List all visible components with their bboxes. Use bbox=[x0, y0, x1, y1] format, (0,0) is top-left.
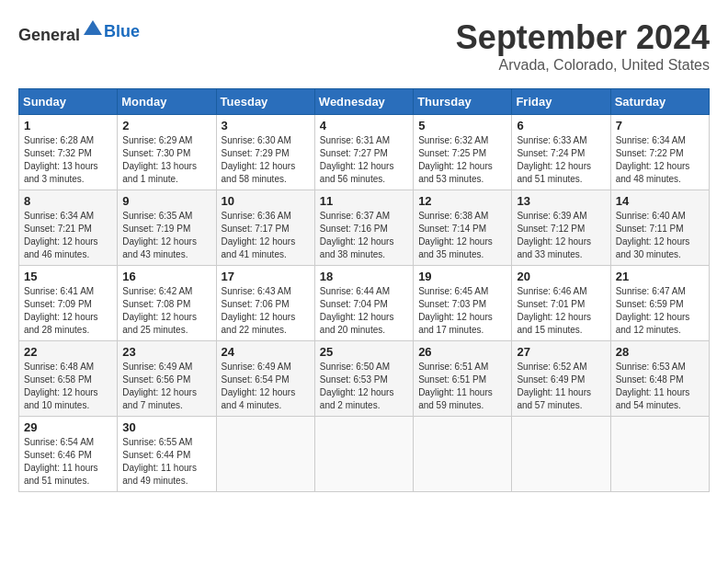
logo-general-text: General bbox=[18, 26, 80, 44]
day-number: 17 bbox=[222, 270, 310, 283]
day-number: 25 bbox=[320, 345, 408, 359]
weekday-header-saturday: Saturday bbox=[610, 89, 709, 115]
day-info: Sunrise: 6:40 AMSunset: 7:11 PMDaylight:… bbox=[616, 210, 704, 261]
calendar-cell: 21Sunrise: 6:47 AMSunset: 6:59 PMDayligh… bbox=[610, 266, 709, 341]
week-row-2: 8Sunrise: 6:34 AMSunset: 7:21 PMDaylight… bbox=[19, 190, 710, 266]
week-row-4: 22Sunrise: 6:48 AMSunset: 6:58 PMDayligh… bbox=[19, 341, 710, 417]
day-info: Sunrise: 6:37 AMSunset: 7:16 PMDaylight:… bbox=[320, 210, 408, 261]
weekday-header-wednesday: Wednesday bbox=[314, 89, 413, 115]
calendar-cell: 24Sunrise: 6:49 AMSunset: 6:54 PMDayligh… bbox=[216, 341, 314, 417]
day-info: Sunrise: 6:54 AMSunset: 6:46 PMDaylight:… bbox=[24, 436, 112, 488]
calendar-cell: 23Sunrise: 6:49 AMSunset: 6:56 PMDayligh… bbox=[118, 341, 216, 417]
calendar-cell: 25Sunrise: 6:50 AMSunset: 6:53 PMDayligh… bbox=[314, 341, 413, 417]
day-info: Sunrise: 6:48 AMSunset: 6:58 PMDaylight:… bbox=[24, 361, 112, 412]
day-number: 10 bbox=[222, 194, 310, 208]
svg-marker-0 bbox=[84, 20, 102, 35]
calendar-cell: 18Sunrise: 6:44 AMSunset: 7:04 PMDayligh… bbox=[314, 266, 413, 341]
week-row-3: 15Sunrise: 6:41 AMSunset: 7:09 PMDayligh… bbox=[19, 266, 710, 341]
day-info: Sunrise: 6:32 AMSunset: 7:25 PMDaylight:… bbox=[418, 134, 506, 186]
day-number: 24 bbox=[222, 345, 310, 359]
weekday-header-monday: Monday bbox=[118, 89, 216, 115]
day-number: 21 bbox=[616, 270, 704, 283]
calendar-cell bbox=[512, 417, 610, 492]
calendar-cell: 30Sunrise: 6:55 AMSunset: 6:44 PMDayligh… bbox=[118, 417, 216, 492]
day-info: Sunrise: 6:49 AMSunset: 6:56 PMDaylight:… bbox=[122, 361, 210, 412]
calendar-cell bbox=[414, 417, 512, 492]
location-title: Arvada, Colorado, United States bbox=[456, 57, 710, 74]
day-info: Sunrise: 6:52 AMSunset: 6:49 PMDaylight:… bbox=[517, 361, 605, 412]
day-number: 22 bbox=[24, 345, 112, 359]
day-number: 30 bbox=[122, 420, 210, 434]
day-number: 19 bbox=[418, 270, 506, 283]
week-row-5: 29Sunrise: 6:54 AMSunset: 6:46 PMDayligh… bbox=[19, 417, 710, 492]
day-number: 14 bbox=[616, 194, 704, 208]
logo-icon bbox=[82, 18, 104, 40]
day-number: 27 bbox=[517, 345, 605, 359]
calendar-cell: 28Sunrise: 6:53 AMSunset: 6:48 PMDayligh… bbox=[610, 341, 709, 417]
calendar-cell: 12Sunrise: 6:38 AMSunset: 7:14 PMDayligh… bbox=[414, 190, 512, 266]
calendar-cell bbox=[610, 417, 709, 492]
day-number: 4 bbox=[320, 119, 408, 132]
weekday-header-thursday: Thursday bbox=[414, 89, 512, 115]
day-info: Sunrise: 6:42 AMSunset: 7:08 PMDaylight:… bbox=[122, 285, 210, 337]
day-info: Sunrise: 6:33 AMSunset: 7:24 PMDaylight:… bbox=[517, 134, 605, 186]
weekday-header-row: SundayMondayTuesdayWednesdayThursdayFrid… bbox=[19, 89, 710, 115]
calendar-cell: 19Sunrise: 6:45 AMSunset: 7:03 PMDayligh… bbox=[414, 266, 512, 341]
day-number: 12 bbox=[418, 194, 506, 208]
day-info: Sunrise: 6:53 AMSunset: 6:48 PMDaylight:… bbox=[616, 361, 704, 412]
weekday-header-friday: Friday bbox=[512, 89, 610, 115]
calendar-cell: 17Sunrise: 6:43 AMSunset: 7:06 PMDayligh… bbox=[216, 266, 314, 341]
calendar-cell bbox=[314, 417, 413, 492]
day-info: Sunrise: 6:39 AMSunset: 7:12 PMDaylight:… bbox=[517, 210, 605, 261]
calendar-cell: 3Sunrise: 6:30 AMSunset: 7:29 PMDaylight… bbox=[216, 115, 314, 190]
day-info: Sunrise: 6:34 AMSunset: 7:22 PMDaylight:… bbox=[616, 134, 704, 186]
day-info: Sunrise: 6:47 AMSunset: 6:59 PMDaylight:… bbox=[616, 285, 704, 337]
calendar-table: SundayMondayTuesdayWednesdayThursdayFrid… bbox=[18, 88, 710, 492]
calendar-cell: 20Sunrise: 6:46 AMSunset: 7:01 PMDayligh… bbox=[512, 266, 610, 341]
day-number: 23 bbox=[122, 345, 210, 359]
week-row-1: 1Sunrise: 6:28 AMSunset: 7:32 PMDaylight… bbox=[19, 115, 710, 190]
day-info: Sunrise: 6:44 AMSunset: 7:04 PMDaylight:… bbox=[320, 285, 408, 337]
weekday-header-tuesday: Tuesday bbox=[216, 89, 314, 115]
logo: General Blue bbox=[18, 18, 140, 45]
calendar-cell: 27Sunrise: 6:52 AMSunset: 6:49 PMDayligh… bbox=[512, 341, 610, 417]
day-info: Sunrise: 6:55 AMSunset: 6:44 PMDaylight:… bbox=[122, 436, 210, 488]
day-number: 3 bbox=[222, 119, 310, 132]
day-number: 5 bbox=[418, 119, 506, 132]
calendar-cell: 15Sunrise: 6:41 AMSunset: 7:09 PMDayligh… bbox=[19, 266, 118, 341]
day-number: 26 bbox=[418, 345, 506, 359]
calendar-cell: 22Sunrise: 6:48 AMSunset: 6:58 PMDayligh… bbox=[19, 341, 118, 417]
day-number: 13 bbox=[517, 194, 605, 208]
day-number: 1 bbox=[24, 119, 112, 132]
calendar-cell: 4Sunrise: 6:31 AMSunset: 7:27 PMDaylight… bbox=[314, 115, 413, 190]
day-number: 6 bbox=[517, 119, 605, 132]
day-info: Sunrise: 6:36 AMSunset: 7:17 PMDaylight:… bbox=[222, 210, 310, 261]
day-info: Sunrise: 6:30 AMSunset: 7:29 PMDaylight:… bbox=[222, 134, 310, 186]
calendar-cell: 5Sunrise: 6:32 AMSunset: 7:25 PMDaylight… bbox=[414, 115, 512, 190]
day-number: 9 bbox=[122, 194, 210, 208]
calendar-cell: 2Sunrise: 6:29 AMSunset: 7:30 PMDaylight… bbox=[118, 115, 216, 190]
day-info: Sunrise: 6:43 AMSunset: 7:06 PMDaylight:… bbox=[222, 285, 310, 337]
day-number: 20 bbox=[517, 270, 605, 283]
day-info: Sunrise: 6:50 AMSunset: 6:53 PMDaylight:… bbox=[320, 361, 408, 412]
calendar-cell: 11Sunrise: 6:37 AMSunset: 7:16 PMDayligh… bbox=[314, 190, 413, 266]
calendar-cell: 7Sunrise: 6:34 AMSunset: 7:22 PMDaylight… bbox=[610, 115, 709, 190]
calendar-cell: 8Sunrise: 6:34 AMSunset: 7:21 PMDaylight… bbox=[19, 190, 118, 266]
calendar-cell: 29Sunrise: 6:54 AMSunset: 6:46 PMDayligh… bbox=[19, 417, 118, 492]
day-number: 15 bbox=[24, 270, 112, 283]
day-info: Sunrise: 6:45 AMSunset: 7:03 PMDaylight:… bbox=[418, 285, 506, 337]
day-number: 29 bbox=[24, 420, 112, 434]
day-info: Sunrise: 6:51 AMSunset: 6:51 PMDaylight:… bbox=[418, 361, 506, 412]
day-info: Sunrise: 6:49 AMSunset: 6:54 PMDaylight:… bbox=[222, 361, 310, 412]
calendar-cell: 9Sunrise: 6:35 AMSunset: 7:19 PMDaylight… bbox=[118, 190, 216, 266]
calendar-cell bbox=[216, 417, 314, 492]
day-info: Sunrise: 6:38 AMSunset: 7:14 PMDaylight:… bbox=[418, 210, 506, 261]
header: General Blue September 2024 Arvada, Colo… bbox=[18, 18, 710, 74]
day-number: 7 bbox=[616, 119, 704, 132]
logo-blue-text: Blue bbox=[104, 22, 140, 40]
day-info: Sunrise: 6:34 AMSunset: 7:21 PMDaylight:… bbox=[24, 210, 112, 261]
day-info: Sunrise: 6:46 AMSunset: 7:01 PMDaylight:… bbox=[517, 285, 605, 337]
calendar-cell: 16Sunrise: 6:42 AMSunset: 7:08 PMDayligh… bbox=[118, 266, 216, 341]
day-number: 28 bbox=[616, 345, 704, 359]
calendar-cell: 10Sunrise: 6:36 AMSunset: 7:17 PMDayligh… bbox=[216, 190, 314, 266]
